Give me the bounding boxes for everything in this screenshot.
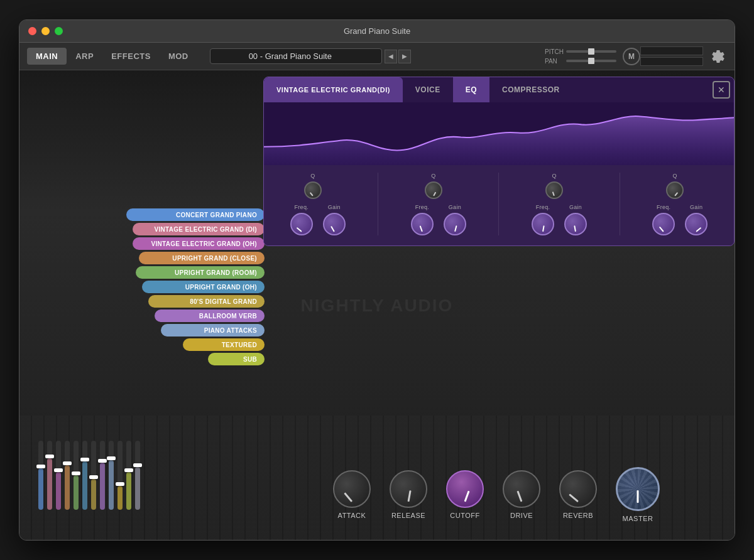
q-knob[interactable] (666, 181, 684, 199)
gain-label: Gain (449, 204, 461, 210)
instrument-item[interactable]: TEXTURED (183, 338, 265, 351)
attack-knob[interactable] (333, 470, 371, 508)
pan-label: PAN (545, 58, 562, 65)
mixer-channel (56, 441, 61, 529)
mixer-track[interactable] (109, 441, 114, 510)
q-knob[interactable] (545, 181, 563, 199)
mixer-channel (38, 441, 43, 529)
gain-label: Gain (569, 204, 582, 210)
main-content: NIGHTLY AUDIO CONCERT GRAND PIANOVINTAGE… (19, 70, 735, 541)
reverb-label: REVERB (563, 512, 593, 519)
tab-mod[interactable]: MOD (160, 48, 197, 65)
gain-knob[interactable] (685, 213, 708, 235)
mixer-track[interactable] (135, 441, 140, 510)
reverb-knob[interactable] (559, 470, 597, 508)
mixer-channel (74, 441, 79, 529)
master-knob[interactable] (616, 467, 660, 511)
q-knob[interactable] (304, 181, 322, 199)
main-window: Grand Piano Suite MAIN ARP EFFECTS MOD 0… (19, 19, 735, 541)
mixer-channel (82, 441, 87, 529)
instrument-item[interactable]: PIANO ATTACKS (161, 324, 265, 337)
instrument-item[interactable]: BALLROOM VERB (155, 310, 265, 322)
instrument-item[interactable]: UPRIGHT GRAND (ROOM) (136, 266, 265, 279)
eq-eq-tab[interactable]: EQ (453, 77, 489, 102)
mixer-section (38, 441, 140, 529)
bottom-controls: ATTACK RELEASE CUTOFF DRIVE (271, 467, 722, 522)
mixer-track[interactable] (56, 441, 61, 510)
cutoff-knob[interactable] (446, 470, 484, 508)
eq-controls: Q Freq. Gain (264, 165, 734, 245)
tab-main[interactable]: MAIN (27, 48, 67, 65)
preset-next[interactable]: ▶ (398, 50, 411, 63)
mixer-channel (100, 441, 105, 529)
freq-knob[interactable] (532, 213, 554, 235)
release-knob[interactable] (390, 470, 427, 508)
m-button[interactable]: M (623, 48, 640, 65)
tab-arp[interactable]: ARP (67, 48, 102, 65)
q-label: Q (673, 173, 677, 179)
mixer-track[interactable] (74, 441, 79, 510)
close-button[interactable] (28, 27, 36, 35)
q-knob[interactable] (425, 181, 442, 199)
pitch-pan-area: PITCH PAN (545, 48, 616, 65)
extra-box-1 (640, 46, 703, 55)
eq-compressor-tab[interactable]: COMPRESSOR (489, 77, 572, 102)
eq-close-button[interactable]: ✕ (713, 81, 730, 99)
instrument-item[interactable]: 80'S DIGITAL GRAND (148, 295, 265, 308)
eq-band-3: Q Freq. Gain (532, 173, 587, 235)
eq-voice-tab[interactable]: VOICE (403, 77, 453, 102)
freq-knob[interactable] (411, 213, 434, 235)
instrument-item[interactable]: CONCERT GRAND PIANO (126, 208, 265, 221)
instrument-item[interactable]: SUB (208, 353, 265, 365)
gear-icon[interactable] (709, 48, 727, 65)
mixer-track[interactable] (65, 441, 70, 510)
mixer-track[interactable] (126, 441, 131, 510)
mixer-track[interactable] (47, 441, 52, 510)
eq-instrument-tab[interactable]: VINTAGE ELECTRIC GRAND(DI) (264, 77, 403, 102)
mixer-track[interactable] (117, 441, 123, 510)
q-label: Q (431, 173, 435, 179)
minimize-button[interactable] (41, 27, 50, 35)
gain-knob[interactable] (564, 213, 587, 235)
drive-knob[interactable] (503, 470, 540, 508)
window-title: Grand Piano Suite (344, 26, 410, 36)
instrument-item[interactable]: VINTAGE ELECTRIC GRAND (DI) (133, 223, 265, 235)
q-label: Q (552, 173, 556, 179)
gain-knob[interactable] (444, 213, 466, 235)
pan-slider[interactable] (566, 60, 616, 62)
tab-effects[interactable]: EFFECTS (102, 48, 160, 65)
instrument-item[interactable]: UPRIGHT GRAND (OH) (142, 281, 265, 293)
instrument-item[interactable]: VINTAGE ELECTRIC GRAND (OH) (133, 237, 265, 250)
gain-label: Gain (328, 204, 341, 210)
extra-boxes (640, 46, 703, 66)
freq-label: Freq. (415, 204, 430, 210)
cutoff-label: CUTOFF (450, 512, 479, 519)
title-bar: Grand Piano Suite (19, 20, 735, 43)
maximize-button[interactable] (55, 27, 63, 35)
nav-bar: MAIN ARP EFFECTS MOD 00 - Grand Piano Su… (19, 43, 735, 70)
mixer-track[interactable] (100, 441, 105, 510)
freq-label: Freq. (657, 204, 671, 210)
freq-knob[interactable] (290, 213, 313, 235)
left-panel: CONCERT GRAND PIANOVINTAGE ELECTRIC GRAN… (19, 70, 271, 541)
mixer-track[interactable] (38, 441, 43, 510)
freq-knob[interactable] (652, 213, 675, 235)
q-label: Q (310, 173, 315, 179)
extra-box-2 (640, 57, 703, 66)
gain-label: Gain (690, 204, 702, 210)
mixer-track[interactable] (91, 441, 96, 510)
pitch-label: PITCH (545, 48, 562, 55)
preset-prev[interactable]: ◀ (385, 50, 397, 63)
gain-knob[interactable] (323, 213, 346, 235)
instrument-list: CONCERT GRAND PIANOVINTAGE ELECTRIC GRAN… (19, 208, 271, 365)
cutoff-group: CUTOFF (446, 470, 484, 519)
pitch-slider[interactable] (566, 50, 616, 53)
mixer-track[interactable] (82, 441, 87, 510)
preset-name[interactable]: 00 - Grand Piano Suite (210, 48, 382, 64)
eq-band-2: Q Freq. Gain (411, 173, 466, 235)
eq-band-1: Q Freq. Gain (290, 173, 346, 235)
reverb-group: REVERB (559, 470, 597, 519)
mixer-channel (109, 441, 114, 529)
instrument-item[interactable]: UPRIGHT GRAND (CLOSE) (139, 252, 265, 264)
preset-area: 00 - Grand Piano Suite ◀ ▶ (210, 48, 411, 64)
